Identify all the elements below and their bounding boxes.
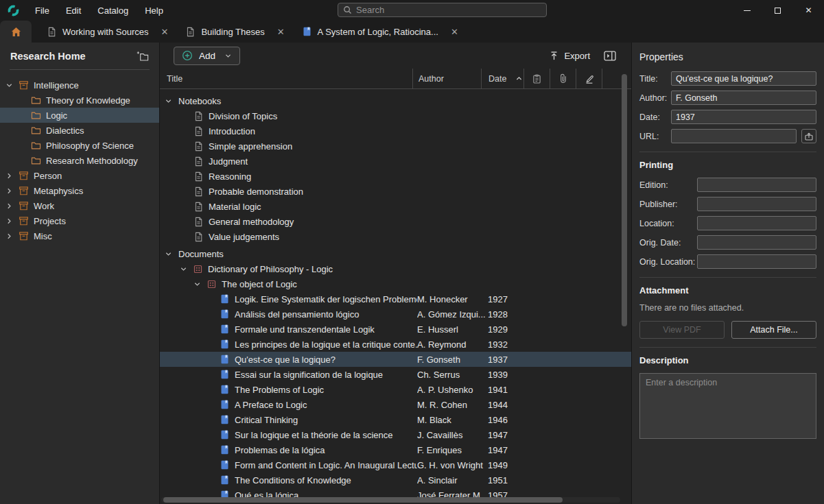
chevron-right-icon[interactable] xyxy=(5,172,14,180)
sort-ascending-icon xyxy=(515,75,523,82)
url-field[interactable] xyxy=(671,129,797,143)
document-row[interactable]: Critical ThinkingM. Black1946 xyxy=(160,412,631,427)
document-row[interactable]: Logik. Eine Systematik der logischen Pro… xyxy=(160,291,631,307)
tab-working-with-sources[interactable]: Working with Sources✕ xyxy=(38,21,177,43)
column-header-author[interactable]: Author xyxy=(412,69,481,88)
column-header-attachment[interactable] xyxy=(550,69,576,88)
attach-file-button[interactable]: Attach File... xyxy=(731,321,816,339)
tab-close-icon[interactable]: ✕ xyxy=(451,27,458,37)
menu-edit[interactable]: Edit xyxy=(58,5,89,16)
document-row[interactable]: Análisis del pensamiento lógicoA. Gómez … xyxy=(160,307,631,322)
menu-file[interactable]: File xyxy=(27,5,58,16)
chevron-down-icon[interactable] xyxy=(164,250,173,258)
column-header-date[interactable]: Date xyxy=(481,69,523,88)
orig-location-field[interactable] xyxy=(697,254,816,269)
vertical-scrollbar[interactable] xyxy=(622,74,627,326)
author-field[interactable] xyxy=(671,91,816,105)
tab-close-icon[interactable]: ✕ xyxy=(161,27,168,37)
open-url-button[interactable] xyxy=(801,129,816,143)
column-header-note[interactable] xyxy=(523,69,550,88)
document-row[interactable]: Qu'est-ce que la logique?F. Gonseth1937 xyxy=(160,352,631,367)
close-button[interactable]: ✕ xyxy=(793,0,824,21)
tab-a-system-of-logic[interactable]: A System of Logic, Ratiocina...✕ xyxy=(294,21,467,43)
note-row[interactable]: Judgment xyxy=(160,154,631,169)
chevron-down-icon[interactable] xyxy=(179,265,188,273)
row-title: Notebooks xyxy=(178,96,221,106)
sidebar-item-dialectics[interactable]: Dialectics xyxy=(0,123,159,138)
sidebar-item-logic[interactable]: Logic xyxy=(0,108,159,123)
tab-home[interactable] xyxy=(0,21,32,43)
document-icon xyxy=(194,232,203,242)
note-row[interactable]: Reasoning xyxy=(160,169,631,184)
orig-date-field[interactable] xyxy=(697,235,816,250)
export-button[interactable]: Export xyxy=(549,51,590,61)
section-row[interactable]: Notebooks xyxy=(160,93,631,108)
sidebar-item-label: Research Methodology xyxy=(46,156,138,166)
menu-catalog[interactable]: Catalog xyxy=(89,5,137,16)
document-row[interactable]: Form and Content in Logic. An Inaugural … xyxy=(160,457,631,472)
section-row[interactable]: Documents xyxy=(160,246,631,261)
catalog-toolbar: Add Export xyxy=(160,43,631,69)
sidebar-item-person[interactable]: Person xyxy=(0,168,159,183)
search-box[interactable] xyxy=(338,3,547,17)
chevron-down-icon[interactable] xyxy=(224,52,232,60)
group-row[interactable]: Dictionary of Philosophy - Logic xyxy=(160,261,631,276)
document-row[interactable]: Problemas de la lógicaF. Enriques1947 xyxy=(160,442,631,457)
toggle-panel-icon[interactable] xyxy=(604,51,616,61)
document-row[interactable]: A Preface to LogicM. R. Cohen1944 xyxy=(160,397,631,412)
sidebar-item-research-methodology[interactable]: Research Methodology xyxy=(0,153,159,168)
new-folder-icon[interactable] xyxy=(137,51,149,62)
column-header-title[interactable]: Title xyxy=(160,69,412,88)
sidebar-item-projects[interactable]: Projects xyxy=(0,213,159,228)
horizontal-scrollbar[interactable] xyxy=(161,497,620,503)
chevron-right-icon[interactable] xyxy=(5,217,14,225)
note-row[interactable]: Value judgements xyxy=(160,229,631,244)
divider xyxy=(639,347,816,348)
document-row[interactable]: Formale und transzendentale LogikE. Huss… xyxy=(160,322,631,337)
minimize-button[interactable] xyxy=(731,0,762,21)
date-field[interactable] xyxy=(671,110,816,124)
note-row[interactable]: Introduction xyxy=(160,123,631,139)
document-row[interactable]: The Conditions of KnowledgeA. Sinclair19… xyxy=(160,472,631,488)
chevron-right-icon[interactable] xyxy=(5,232,14,240)
sidebar-item-work[interactable]: Work xyxy=(0,198,159,213)
search-input[interactable] xyxy=(356,5,541,15)
sidebar-item-misc[interactable]: Misc xyxy=(0,228,159,243)
tab-building-theses[interactable]: Building Theses✕ xyxy=(177,21,293,43)
document-row[interactable]: Sur la logique et la théorie de la scien… xyxy=(160,427,631,442)
sidebar-item-philosophy-of-science[interactable]: Philosophy of Science xyxy=(0,138,159,153)
document-row[interactable]: Les principes de la logique et la critiq… xyxy=(160,337,631,352)
column-header-annotation[interactable] xyxy=(576,69,602,88)
description-field[interactable] xyxy=(639,373,816,439)
chevron-right-icon[interactable] xyxy=(5,187,14,195)
sidebar-item-theory-of-knowledge[interactable]: Theory of Knowledge xyxy=(0,93,159,108)
note-row[interactable]: General methodology xyxy=(160,214,631,229)
group-row[interactable]: The object of Logic xyxy=(160,276,631,291)
view-pdf-button[interactable]: View PDF xyxy=(639,321,725,339)
note-row[interactable]: Simple apprehension xyxy=(160,139,631,154)
export-button-label: Export xyxy=(564,51,590,61)
note-row[interactable]: Material logic xyxy=(160,199,631,214)
add-button[interactable]: Add xyxy=(174,47,240,65)
row-author: F. Gonseth xyxy=(417,355,488,365)
title-field[interactable] xyxy=(671,71,816,86)
sidebar-item-intelligence[interactable]: Intelligence xyxy=(0,77,159,93)
tab-close-icon[interactable]: ✕ xyxy=(277,27,285,37)
location-field[interactable] xyxy=(697,216,816,230)
note-row[interactable]: Probable demonstration xyxy=(160,184,631,199)
horizontal-scrollbar-thumb[interactable] xyxy=(163,497,563,503)
folder-icon xyxy=(31,96,41,105)
edition-field[interactable] xyxy=(697,178,816,192)
chevron-down-icon[interactable] xyxy=(164,97,173,105)
document-row[interactable]: Essai sur la signification de la logique… xyxy=(160,367,631,382)
publisher-field[interactable] xyxy=(697,197,816,211)
sidebar-item-metaphysics[interactable]: Metaphysics xyxy=(0,183,159,198)
row-title: Value judgements xyxy=(209,232,279,242)
chevron-down-icon[interactable] xyxy=(5,82,14,89)
chevron-right-icon[interactable] xyxy=(5,202,14,210)
menu-help[interactable]: Help xyxy=(137,5,172,16)
document-row[interactable]: The Problems of LogicA. P. Ushenko1941 xyxy=(160,382,631,397)
note-row[interactable]: Division of Topics xyxy=(160,108,631,123)
maximize-button[interactable] xyxy=(762,0,793,21)
chevron-down-icon[interactable] xyxy=(193,280,202,288)
